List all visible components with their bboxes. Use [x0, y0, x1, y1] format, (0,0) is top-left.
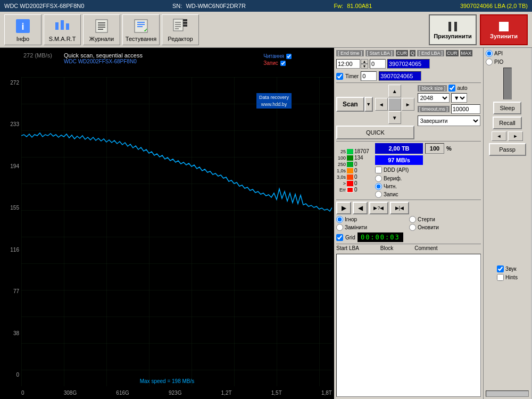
y-label-38: 38: [2, 330, 19, 336]
block-col: Block: [380, 245, 393, 251]
auto-checkbox[interactable]: [448, 85, 455, 92]
pause-button[interactable]: Призупинити: [429, 14, 477, 45]
verify-radio[interactable]: [375, 175, 382, 182]
hints-checkbox[interactable]: [497, 274, 504, 281]
q-header: Q: [410, 50, 415, 56]
block-unit-select[interactable]: ▼: [451, 93, 467, 103]
nav-down-btn[interactable]: ▼: [388, 111, 401, 124]
reading-radio[interactable]: [375, 183, 382, 190]
read-write-options: Вериф. Читн. Запис: [375, 175, 452, 198]
svg-rect-25: [499, 22, 509, 31]
svg-rect-2: [55, 22, 59, 30]
sleep-button[interactable]: Sleep: [493, 102, 521, 114]
small-btn-2[interactable]: ►: [508, 131, 523, 141]
recall-button[interactable]: Recall: [493, 117, 522, 129]
comment-col: Comment: [414, 245, 437, 251]
legend-color-25: [347, 149, 353, 154]
start-lba-input[interactable]: [370, 59, 386, 69]
pio-radio[interactable]: [486, 59, 493, 65]
ddd-row: DDD (API): [375, 167, 452, 173]
ddd-checkbox[interactable]: [375, 167, 382, 173]
editor-button[interactable]: Редактор: [162, 14, 199, 45]
svg-rect-23: [448, 22, 451, 31]
time-spinbox: ▲ ▼: [361, 59, 368, 69]
info-icon: i: [14, 18, 31, 35]
right-sidebar: API PIO Sleep Recall ◄ ► Passp Звук: [483, 48, 531, 399]
grid-row: Grid 00:00:03: [336, 232, 481, 242]
legend-label-25: 25: [336, 149, 346, 154]
nav-left-btn[interactable]: ◄: [375, 98, 388, 111]
small-btn-1[interactable]: ◄: [492, 131, 506, 141]
reading-legend: Читання: [263, 53, 292, 59]
nav-right-btn[interactable]: ►: [402, 98, 414, 111]
legend-label-250: 250: [336, 162, 346, 167]
legend-list: 25 18707 100 134 250 0 1,0s 0: [336, 148, 373, 193]
hints-label[interactable]: Hints: [497, 274, 518, 281]
scan-button[interactable]: Scan: [336, 97, 364, 112]
block-size-select[interactable]: 2048 512 1024 4096: [418, 93, 450, 103]
api-radio[interactable]: [486, 50, 493, 57]
grid-checkbox[interactable]: [336, 234, 343, 241]
x-axis: 0 308G 616G 923G 1,2T 1,5T 1,8T: [21, 390, 332, 396]
erase-label: Стерти: [418, 217, 435, 222]
reading-label: Читн.: [384, 184, 397, 189]
nav-empty-bl: [375, 111, 388, 124]
api-pio-group: API PIO: [486, 50, 503, 65]
right-panel: [ End time ] [ Start LBA ] CUR Q [ End L…: [334, 48, 483, 399]
complete-select[interactable]: Завершити: [418, 115, 480, 126]
time-down-btn[interactable]: ▼: [361, 64, 368, 69]
svg-rect-5: [96, 20, 107, 32]
timeout-input[interactable]: [451, 104, 480, 114]
graph-area: 272 233 194 155 116 77 38 0 272 (MB/s) Q…: [0, 48, 334, 399]
y-label-155: 155: [2, 205, 19, 211]
time-input[interactable]: [336, 59, 360, 69]
reading-checkbox[interactable]: [286, 54, 292, 59]
svg-rect-15: [173, 19, 183, 31]
x-label-308g: 308G: [64, 390, 77, 396]
block-nav-row: Scan ▼ ▲ ◄ ► ▼: [336, 85, 481, 139]
time-up-btn[interactable]: ▲: [361, 59, 368, 64]
play-btn[interactable]: ▶: [336, 202, 351, 214]
smart-button[interactable]: S.M.A.R.T: [44, 14, 81, 45]
ignore-radio[interactable]: [336, 216, 343, 223]
sound-label[interactable]: Звук: [497, 265, 518, 272]
svg-rect-11: [137, 22, 145, 23]
test-button[interactable]: ✓ Тестування: [122, 14, 160, 45]
legend-label-1s: 1,0s: [336, 168, 346, 173]
end-btn[interactable]: ▶|◀: [390, 202, 409, 214]
end-lba-cur-input[interactable]: [379, 71, 421, 81]
svg-rect-18: [183, 24, 187, 27]
sound-checkbox[interactable]: [497, 265, 504, 272]
legend-item-1s: 1,0s 0: [336, 168, 373, 173]
end-lba-input[interactable]: [387, 59, 430, 69]
writing-checkbox[interactable]: [280, 61, 286, 66]
writing-legend: Запис: [263, 60, 292, 66]
info-button[interactable]: i Інфо: [4, 14, 41, 45]
seek-btn[interactable]: ▶?◀: [369, 202, 388, 214]
back-btn[interactable]: ◀: [353, 202, 368, 214]
y-label-233: 233: [2, 121, 19, 127]
quick-button[interactable]: QUICK: [336, 126, 414, 139]
timer-input[interactable]: [361, 71, 377, 81]
update-radio[interactable]: [409, 224, 416, 231]
y-label-77: 77: [2, 288, 19, 294]
nav-center: [388, 98, 401, 111]
writing-radio[interactable]: [375, 191, 382, 198]
speed-label: 272 (MB/s): [23, 52, 52, 59]
scan-dropdown-btn[interactable]: ▼: [364, 97, 373, 112]
lba-headers: [ End time ] [ Start LBA ] CUR Q [ End L…: [336, 50, 481, 56]
legend-item-25: 25 18707: [336, 148, 373, 154]
x-label-1-8t: 1,8T: [321, 390, 332, 396]
bottom-scrollbar[interactable]: [486, 390, 529, 397]
passp-button[interactable]: Passp: [489, 143, 526, 156]
percent-box: 100: [425, 143, 444, 154]
legend-count-3s: 0: [354, 174, 373, 180]
editor-icon: [172, 18, 189, 35]
legend-label-err: Err: [336, 187, 346, 193]
journal-button[interactable]: Журнали: [83, 14, 120, 45]
stop-button[interactable]: Зупинити: [480, 14, 528, 45]
erase-radio[interactable]: [409, 216, 416, 223]
nav-up-btn[interactable]: ▲: [388, 85, 401, 97]
replace-radio[interactable]: [336, 224, 343, 231]
timer-checkbox[interactable]: [336, 73, 343, 80]
